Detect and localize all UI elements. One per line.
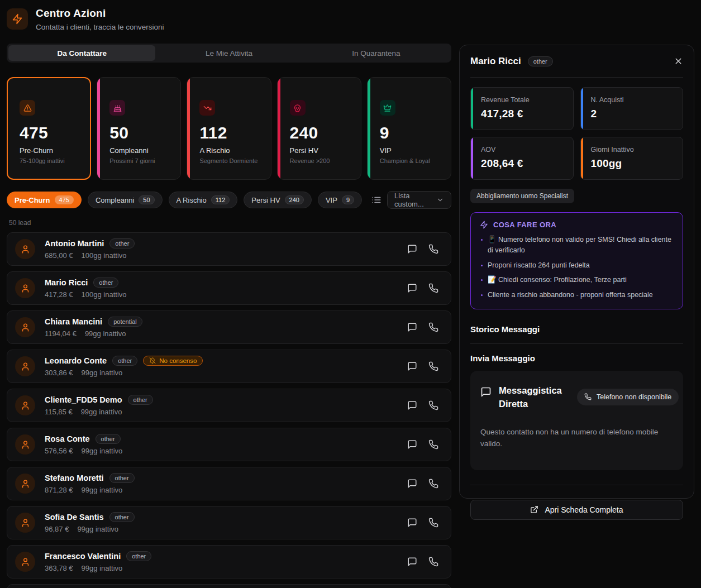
filter-pill-a-rischio[interactable]: A Rischio 112 [169,192,238,208]
stat-sublabel: Revenue >200 [290,157,350,164]
table-row[interactable]: Antonio Martini other 685,00 € 100gg ina… [7,232,451,266]
phone-icon[interactable] [428,400,438,410]
filter-pill-persi-hv[interactable]: Persi HV 240 [244,192,312,208]
custom-list-select[interactable]: Lista custom... [387,191,451,209]
lead-inactivity: 99gg inattivo [82,486,123,494]
phone-icon[interactable] [428,361,438,371]
avatar [15,278,35,298]
table-row[interactable]: Sofia De Santis other 96,87 € 99gg inatt… [7,506,451,539]
table-row[interactable]: Stefano Moretti other 871,28 € 99gg inat… [7,467,451,500]
table-row[interactable]: Chiara Mancini potential 1194,04 € 99gg … [7,310,451,344]
message-card: Messaggistica Diretta Telefono non dispo… [470,371,683,470]
page-title: Centro Azioni [36,7,164,20]
stat-cards: 475 Pre-Churn 75-100gg inattivi 50 Compl… [7,77,451,180]
message-icon[interactable] [407,322,417,332]
stat-card-compleanni[interactable]: 50 Compleanni Prossimi 7 giorni [97,77,181,180]
phone-icon[interactable] [428,557,438,567]
close-icon[interactable] [674,56,683,66]
pill-count: 9 [342,195,354,204]
action-suggestions-box: COSA FARE ORA 📱 Numero telefono non vali… [470,212,683,309]
pill-label: Persi HV [251,196,280,204]
phone-icon[interactable] [428,322,438,332]
pill-label: A Rischio [177,196,207,204]
avatar [15,356,35,376]
bell-off-icon [149,357,156,364]
lead-tag-badge: other [109,473,135,483]
tab-le-mie-attivita[interactable]: Le Mie Attivita [155,45,302,61]
stat-card-persi-hv[interactable]: 240 Persi HV Revenue >200 [277,77,361,180]
list-icon[interactable] [371,195,382,205]
pill-count: 475 [55,195,74,204]
phone-icon[interactable] [428,439,438,450]
filter-pill-pre-churn[interactable]: Pre-Churn 475 [7,192,82,208]
stat-label: Giorni Inattivo [591,146,674,154]
contact-detail-panel: Mario Ricci other Revenue Totale 417,28 … [459,45,694,499]
lead-name: Rosa Conte [45,434,90,443]
external-link-icon [530,505,538,514]
message-icon[interactable] [407,244,417,254]
stat-label: Pre-Churn [20,146,79,155]
tab-bar: Da Contattare Le Mie Attivita In Quarant… [7,44,451,63]
lead-value: 871,28 € [45,486,73,494]
table-row[interactable]: Mario Ricci other 417,28 € 100gg inattiv… [7,271,451,305]
contact-name: Mario Ricci [470,56,521,67]
table-row[interactable]: Francesco Valentini other 363,78 € 99gg … [7,545,451,579]
phone-icon[interactable] [428,518,438,528]
message-icon[interactable] [407,518,417,528]
message-icon[interactable] [407,283,417,293]
message-icon[interactable] [407,400,417,410]
avatar [15,474,35,494]
stat-label: VIP [380,146,440,155]
stat-value: 417,28 € [481,108,564,120]
pill-label: Pre-Churn [15,196,50,204]
avatar [15,513,35,533]
stat-label: AOV [481,146,564,154]
stat-card-a-rischio[interactable]: 112 A Rischio Segmento Dormiente [187,77,271,180]
stat-value: 208,64 € [481,157,564,170]
stat-card-pre-churn[interactable]: 475 Pre-Churn 75-100gg inattivi [7,77,91,180]
stat-label: A Rischio [199,146,259,155]
tab-da-contattare[interactable]: Da Contattare [8,45,155,61]
table-row[interactable]: Rosa Conte other 576,56 € 99gg inattivo [7,428,451,461]
table-row[interactable]: Cliente_FDD5 Demo other 115,85 € 99gg in… [7,389,451,422]
table-row-partial[interactable] [7,584,451,588]
filter-pill-vip[interactable]: VIP 9 [318,192,362,208]
phone-icon[interactable] [428,283,438,293]
open-full-card-button[interactable]: Apri Scheda Completa [470,500,683,520]
message-icon[interactable] [407,439,417,450]
lead-tag-badge: other [109,512,135,522]
lead-value: 1194,04 € [45,329,77,338]
lead-inactivity: 100gg inattivo [82,290,127,299]
message-card-body: Questo contatto non ha un numero di tele… [480,426,665,450]
avatar [15,552,35,572]
app-header: Centro Azioni Contatta i clienti, tracci… [7,7,164,31]
filter-pill-compleanni[interactable]: Compleanni 50 [88,192,163,208]
stat-revenue-totale: Revenue Totale 417,28 € [470,87,574,130]
stat-n-acquisti: N. Acquisti 2 [580,87,684,130]
send-section-title: Invia Messaggio [470,353,683,363]
lead-inactivity: 100gg inattivo [82,251,127,260]
tab-in-quarantena[interactable]: In Quarantena [303,45,450,61]
stat-label: Persi HV [290,146,350,155]
message-icon[interactable] [407,479,417,489]
lead-count-label: 50 lead [9,219,31,227]
stat-card-vip[interactable]: 9 VIP Champion & Loyal [367,77,451,180]
message-icon[interactable] [407,361,417,371]
stat-aov: AOV 208,64 € [470,137,574,180]
stat-sublabel: 75-100gg inattivi [20,157,79,164]
action-item: Proponi riscatto 264 punti fedelta [480,260,674,271]
table-row[interactable]: Leonardo Conte other No consenso 303,86 … [7,350,451,383]
action-box-title: COSA FARE ORA [493,221,556,229]
specialist-tag: Abbigliamento uomo Specialist [470,189,574,203]
lead-value: 363,78 € [45,564,73,572]
avatar [15,317,35,337]
panel-header: Mario Ricci other [470,45,683,78]
stat-value: 50 [109,123,169,142]
phone-icon[interactable] [428,244,438,254]
phone-icon[interactable] [428,479,438,489]
lead-tag-badge: other [126,551,151,561]
stat-value: 100gg [591,157,674,170]
stat-label: Compleanni [109,146,169,155]
crown-icon [380,100,395,116]
message-icon[interactable] [407,557,417,567]
